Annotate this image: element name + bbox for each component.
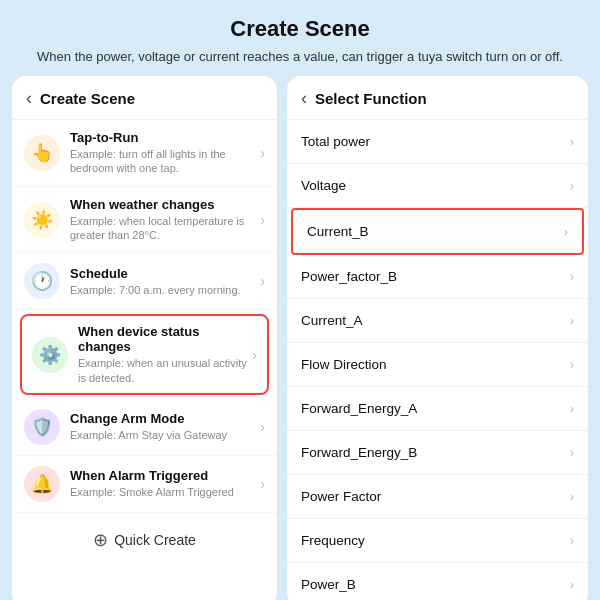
item-desc-arm-mode: Example: Arm Stay via Gateway: [70, 428, 260, 442]
func-name-current-b: Current_B: [307, 224, 369, 239]
func-chevron-flow-direction: ›: [570, 357, 574, 372]
quick-create-label: Quick Create: [114, 532, 196, 548]
func-item-frequency[interactable]: Frequency ›: [287, 519, 588, 563]
func-chevron-forward-energy-a: ›: [570, 401, 574, 416]
func-name-flow-direction: Flow Direction: [301, 357, 387, 372]
func-item-total-power[interactable]: Total power ›: [287, 120, 588, 164]
item-content-arm-mode: Change Arm Mode Example: Arm Stay via Ga…: [70, 411, 260, 442]
func-chevron-voltage: ›: [570, 178, 574, 193]
item-icon-tap-to-run: 👆: [24, 135, 60, 171]
item-icon-schedule: 🕐: [24, 263, 60, 299]
panels-container: ‹ Create Scene 👆 Tap-to-Run Example: tur…: [0, 76, 600, 600]
right-back-button[interactable]: ‹: [301, 88, 307, 109]
func-name-frequency: Frequency: [301, 533, 365, 548]
quick-create-button[interactable]: ⊕ Quick Create: [12, 517, 277, 563]
menu-item-schedule[interactable]: 🕐 Schedule Example: 7:00 a.m. every morn…: [12, 253, 277, 310]
item-content-alarm: When Alarm Triggered Example: Smoke Alar…: [70, 468, 260, 499]
subtitle: When the power, voltage or current reach…: [20, 48, 580, 66]
left-panel-header: ‹ Create Scene: [12, 76, 277, 120]
func-name-voltage: Voltage: [301, 178, 346, 193]
menu-item-alarm[interactable]: 🔔 When Alarm Triggered Example: Smoke Al…: [12, 456, 277, 513]
item-chevron-device-status: ›: [252, 347, 257, 363]
item-content-device-status: When device status changes Example: when…: [78, 324, 252, 385]
menu-item-arm-mode[interactable]: 🛡️ Change Arm Mode Example: Arm Stay via…: [12, 399, 277, 456]
left-back-button[interactable]: ‹: [26, 88, 32, 109]
func-chevron-current-b: ›: [564, 224, 568, 239]
func-chevron-power-factor-b: ›: [570, 269, 574, 284]
item-chevron-schedule: ›: [260, 273, 265, 289]
left-menu-list: 👆 Tap-to-Run Example: turn off all light…: [12, 120, 277, 513]
left-panel-title: Create Scene: [40, 90, 135, 107]
item-name-weather: When weather changes: [70, 197, 260, 212]
menu-item-weather[interactable]: ☀️ When weather changes Example: when lo…: [12, 187, 277, 254]
item-name-device-status: When device status changes: [78, 324, 252, 354]
func-name-power-factor: Power Factor: [301, 489, 381, 504]
item-name-arm-mode: Change Arm Mode: [70, 411, 260, 426]
func-chevron-current-a: ›: [570, 313, 574, 328]
item-name-tap-to-run: Tap-to-Run: [70, 130, 260, 145]
func-item-power-factor-b[interactable]: Power_factor_B ›: [287, 255, 588, 299]
func-item-flow-direction[interactable]: Flow Direction ›: [287, 343, 588, 387]
item-desc-schedule: Example: 7:00 a.m. every morning.: [70, 283, 260, 297]
menu-item-device-status[interactable]: ⚙️ When device status changes Example: w…: [20, 314, 269, 395]
right-panel-header: ‹ Select Function: [287, 76, 588, 120]
func-item-voltage[interactable]: Voltage ›: [287, 164, 588, 208]
item-icon-weather: ☀️: [24, 202, 60, 238]
item-content-schedule: Schedule Example: 7:00 a.m. every mornin…: [70, 266, 260, 297]
func-item-power-b[interactable]: Power_B ›: [287, 563, 588, 600]
item-icon-device-status: ⚙️: [32, 337, 68, 373]
right-func-list: Total power › Voltage › Current_B › Powe…: [287, 120, 588, 600]
func-item-forward-energy-a[interactable]: Forward_Energy_A ›: [287, 387, 588, 431]
func-item-current-b[interactable]: Current_B ›: [291, 208, 584, 255]
item-desc-weather: Example: when local temperature is great…: [70, 214, 260, 243]
item-desc-tap-to-run: Example: turn off all lights in the bedr…: [70, 147, 260, 176]
item-name-alarm: When Alarm Triggered: [70, 468, 260, 483]
header-section: Create Scene When the power, voltage or …: [0, 0, 600, 76]
item-chevron-alarm: ›: [260, 476, 265, 492]
item-desc-alarm: Example: Smoke Alarm Triggered: [70, 485, 260, 499]
func-chevron-total-power: ›: [570, 134, 574, 149]
func-item-current-a[interactable]: Current_A ›: [287, 299, 588, 343]
func-chevron-power-factor: ›: [570, 489, 574, 504]
func-item-power-factor[interactable]: Power Factor ›: [287, 475, 588, 519]
right-panel: ‹ Select Function Total power › Voltage …: [287, 76, 588, 600]
item-chevron-weather: ›: [260, 212, 265, 228]
item-content-tap-to-run: Tap-to-Run Example: turn off all lights …: [70, 130, 260, 176]
func-chevron-forward-energy-b: ›: [570, 445, 574, 460]
func-name-current-a: Current_A: [301, 313, 363, 328]
quick-create-icon: ⊕: [93, 529, 108, 551]
item-desc-device-status: Example: when an unusual activity is det…: [78, 356, 252, 385]
menu-item-tap-to-run[interactable]: 👆 Tap-to-Run Example: turn off all light…: [12, 120, 277, 187]
func-item-forward-energy-b[interactable]: Forward_Energy_B ›: [287, 431, 588, 475]
item-icon-alarm: 🔔: [24, 466, 60, 502]
func-name-power-b: Power_B: [301, 577, 356, 592]
func-name-forward-energy-b: Forward_Energy_B: [301, 445, 417, 460]
func-name-total-power: Total power: [301, 134, 370, 149]
right-panel-title: Select Function: [315, 90, 427, 107]
func-name-power-factor-b: Power_factor_B: [301, 269, 397, 284]
item-name-schedule: Schedule: [70, 266, 260, 281]
item-chevron-tap-to-run: ›: [260, 145, 265, 161]
func-chevron-frequency: ›: [570, 533, 574, 548]
func-chevron-power-b: ›: [570, 577, 574, 592]
item-content-weather: When weather changes Example: when local…: [70, 197, 260, 243]
func-name-forward-energy-a: Forward_Energy_A: [301, 401, 417, 416]
item-chevron-arm-mode: ›: [260, 419, 265, 435]
item-icon-arm-mode: 🛡️: [24, 409, 60, 445]
main-title: Create Scene: [20, 16, 580, 42]
left-panel: ‹ Create Scene 👆 Tap-to-Run Example: tur…: [12, 76, 277, 600]
